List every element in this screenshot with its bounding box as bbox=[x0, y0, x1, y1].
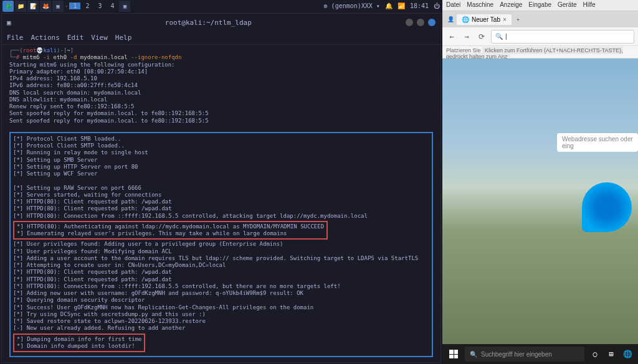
vm-menu-hilfe[interactable]: Hilfe bbox=[583, 1, 596, 9]
edge-search-box[interactable]: Webadresse suchen oder eing bbox=[557, 133, 638, 152]
notification-icon[interactable]: 🔔 bbox=[385, 2, 393, 9]
cortana-icon[interactable]: ○ bbox=[589, 348, 601, 360]
new-tab-button[interactable]: + bbox=[512, 16, 525, 22]
refresh-button[interactable]: ⟳ bbox=[476, 31, 487, 42]
search-icon: 🔍 bbox=[495, 33, 503, 40]
workspace-4[interactable]: 4 bbox=[107, 2, 118, 9]
kali-taskbar: 🐉 📁 📝 🦊 ▣ ▾ 1 2 3 4 ▣ ⊕ (genmon)XXX ▾ 🔔 … bbox=[0, 0, 442, 12]
edge-taskbar-icon[interactable]: 🌐 bbox=[622, 348, 633, 360]
workspace-1[interactable]: 1 bbox=[69, 2, 80, 9]
tab-label: Neuer Tab bbox=[472, 16, 500, 23]
network-icon[interactable]: 📶 bbox=[398, 2, 405, 9]
minimize-button[interactable] bbox=[406, 19, 413, 26]
dump-highlight: *] Dumping domain info for first time *]… bbox=[13, 334, 145, 353]
file-manager-icon[interactable]: 📁 bbox=[15, 1, 26, 12]
menu-view[interactable]: View bbox=[91, 34, 108, 42]
firefox-icon[interactable]: 🦊 bbox=[40, 1, 51, 12]
start-button[interactable] bbox=[445, 345, 462, 363]
clock[interactable]: 18:41 bbox=[410, 2, 429, 9]
vm-menu-anzeige[interactable]: Anzeige bbox=[500, 1, 522, 9]
auth-success-highlight: *] HTTPD(80): Authenticating against lda… bbox=[13, 221, 328, 240]
vm-menu-gerate[interactable]: Geräte bbox=[558, 1, 577, 9]
workspace-2[interactable]: 2 bbox=[82, 2, 93, 9]
personal-icon[interactable]: 👤 bbox=[445, 16, 457, 22]
edge-logo bbox=[582, 182, 632, 232]
tab-favicon: 🌐 bbox=[462, 16, 469, 23]
vm-window: Datei Maschine Anzeige Eingabe Geräte Hi… bbox=[442, 0, 638, 364]
forward-button[interactable]: → bbox=[461, 31, 472, 42]
kali-menu-icon[interactable]: 🐉 bbox=[2, 1, 14, 12]
menu-file[interactable]: File bbox=[7, 34, 24, 42]
window-title: root@kali:~/ntlm_ldap bbox=[11, 19, 406, 27]
vm-menubar: Datei Maschine Anzeige Eingabe Geräte Hi… bbox=[442, 0, 638, 11]
terminal-menubar: File Actions Edit View Help bbox=[2, 31, 440, 45]
running-app-icon[interactable]: ▣ bbox=[119, 1, 130, 12]
maximize-button[interactable] bbox=[417, 19, 424, 26]
relay-output-section: [*] Protocol Client SMB loaded..[*] Prot… bbox=[9, 132, 433, 357]
vm-menu-maschine[interactable]: Maschine bbox=[467, 1, 493, 9]
browser-tab[interactable]: 🌐 Neuer Tab × bbox=[457, 14, 512, 25]
browser-viewport: Webadresse suchen oder eing bbox=[442, 58, 638, 344]
url-bar[interactable]: 🔍 | bbox=[491, 30, 634, 44]
workspace-3[interactable]: 3 bbox=[94, 2, 105, 9]
terminal-output[interactable]: ┌──(root💀kali)-[~] └─# mitm6 -i eth0 -d … bbox=[2, 45, 440, 362]
windows-logo-icon bbox=[449, 350, 458, 358]
search-icon: 🔍 bbox=[470, 351, 477, 358]
menu-help[interactable]: Help bbox=[115, 34, 132, 42]
power-icon[interactable]: ⏻ bbox=[434, 2, 440, 9]
back-button[interactable]: ← bbox=[446, 31, 457, 42]
tab-close-icon[interactable]: × bbox=[503, 16, 507, 23]
genmon-widget[interactable]: ⊕ (genmon)XXX ▾ bbox=[324, 2, 380, 9]
vm-menu-datei[interactable]: Datei bbox=[446, 1, 460, 9]
favorites-bar: Platzieren Sie Klicken zum Fortführen (A… bbox=[442, 46, 638, 58]
vm-menu-eingabe[interactable]: Eingabe bbox=[528, 1, 551, 9]
close-button[interactable] bbox=[428, 19, 436, 26]
window-menu-icon[interactable]: ▣ bbox=[7, 19, 11, 27]
terminal-window: ▣ root@kali:~/ntlm_ldap File Actions Edi… bbox=[1, 13, 441, 363]
task-view-icon[interactable]: ⊞ bbox=[606, 348, 617, 360]
windows-search[interactable]: 🔍 Suchbegriff hier eingeben bbox=[465, 347, 584, 362]
window-titlebar[interactable]: ▣ root@kali:~/ntlm_ldap bbox=[2, 14, 440, 31]
browser-toolbar: ← → ⟳ 🔍 | bbox=[442, 27, 638, 46]
browser-tab-bar: 👤 🌐 Neuer Tab × + bbox=[442, 11, 638, 27]
windows-taskbar: 🔍 Suchbegriff hier eingeben ○ ⊞ 🌐 bbox=[442, 344, 638, 364]
menu-edit[interactable]: Edit bbox=[67, 34, 84, 42]
menu-actions[interactable]: Actions bbox=[31, 34, 60, 42]
terminal-icon[interactable]: ▣ bbox=[52, 1, 64, 12]
text-editor-icon[interactable]: 📝 bbox=[27, 1, 39, 12]
